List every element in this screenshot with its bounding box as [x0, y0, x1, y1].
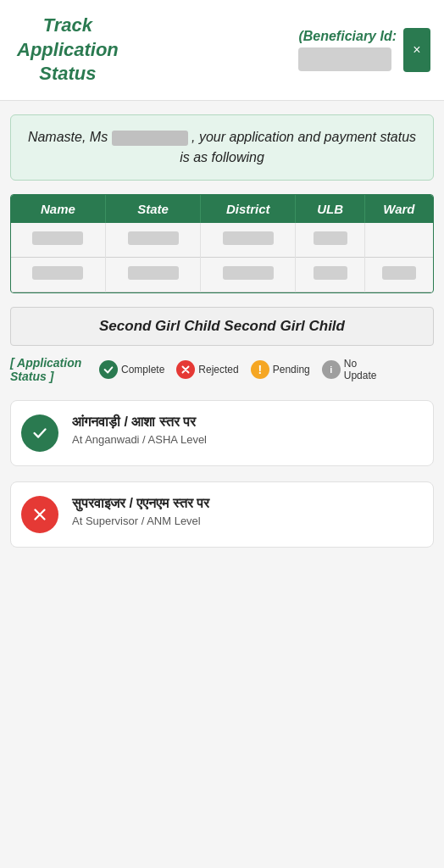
status-hindi-supervisor: सुपरवाइजर / एएनएम स्तर पर [72, 496, 209, 511]
status-hindi-anganwadi: आंगनवाड़ी / आशा स्तर पर [72, 415, 207, 430]
pending-label: Pending [273, 364, 310, 376]
status-english-anganwadi: At Anganwadi / ASHA Level [72, 433, 207, 446]
beneficiary-value [298, 47, 391, 71]
rejected-label: Rejected [198, 364, 238, 376]
status-complete-icon [21, 415, 58, 452]
status-legend: [ ApplicationStatus ] Complete Rejected … [10, 356, 434, 383]
cell-blur [223, 231, 274, 245]
greeting-name-blur [112, 131, 188, 146]
complete-icon [99, 360, 118, 379]
status-english-supervisor: At Supervisor / ANM Level [72, 515, 209, 527]
pending-icon: ! [251, 360, 269, 379]
cell-blur [314, 231, 347, 245]
status-items: आंगनवाड़ी / आशा स्तर पर At Anganwadi / A… [10, 400, 434, 548]
cell-blur [128, 266, 179, 280]
cell-blur [382, 266, 416, 280]
close-button[interactable]: × [403, 28, 430, 72]
info-table: Name State District ULB Ward [10, 194, 434, 293]
col-district: District [201, 195, 296, 223]
status-item-supervisor: सुपरवाइजर / एएनएम स्तर पर At Supervisor … [10, 481, 434, 548]
cell-blur [32, 266, 83, 280]
noupdate-icon: i [322, 360, 341, 379]
scheme-name: Second Girl Child Second Girl Child [10, 307, 434, 346]
col-ward: Ward [364, 195, 433, 223]
status-item-anganwadi: आंगनवाड़ी / आशा स्तर पर At Anganwadi / A… [10, 400, 434, 466]
legend-items: Complete Rejected ! Pending i NoUpdate [99, 358, 376, 381]
pending-symbol: ! [258, 363, 262, 376]
status-rejected-icon [21, 496, 58, 533]
rejected-icon [176, 360, 195, 379]
status-item-text-supervisor: सुपरवाइजर / एएनएम स्तर पर At Supervisor … [72, 496, 209, 527]
legend-pending: ! Pending [251, 360, 310, 379]
noupdate-label: NoUpdate [344, 358, 377, 381]
status-item-text-anganwadi: आंगनवाड़ी / आशा स्तर पर At Anganwadi / A… [72, 415, 207, 446]
header-right: (Beneficiary Id: × [298, 28, 430, 72]
beneficiary-section: (Beneficiary Id: [298, 29, 397, 71]
table-row [11, 257, 433, 292]
legend-rejected: Rejected [176, 360, 238, 379]
cell-blur [128, 231, 179, 245]
greeting-text: Namaste, Ms , your application and payme… [26, 127, 418, 168]
col-ulb: ULB [296, 195, 364, 223]
legend-complete: Complete [99, 360, 164, 379]
cell-blur [32, 231, 83, 245]
cell-blur [314, 266, 347, 280]
greeting-box: Namaste, Ms , your application and payme… [10, 114, 434, 181]
cell-blur [223, 266, 274, 280]
complete-label: Complete [121, 364, 164, 376]
table-row [11, 223, 433, 258]
header: TrackApplicationStatus (Beneficiary Id: … [0, 0, 444, 101]
greeting-suffix: , your application and payment status is… [180, 130, 416, 164]
greeting-prefix: Namaste, Ms [28, 130, 108, 144]
col-state: State [105, 195, 200, 223]
noupdate-symbol: i [330, 364, 332, 375]
legend-noupdate: i NoUpdate [322, 358, 377, 381]
col-name: Name [11, 195, 105, 223]
page-title: TrackApplicationStatus [17, 14, 119, 86]
application-status-label: [ ApplicationStatus ] [10, 356, 91, 383]
beneficiary-label: (Beneficiary Id: [298, 29, 397, 44]
